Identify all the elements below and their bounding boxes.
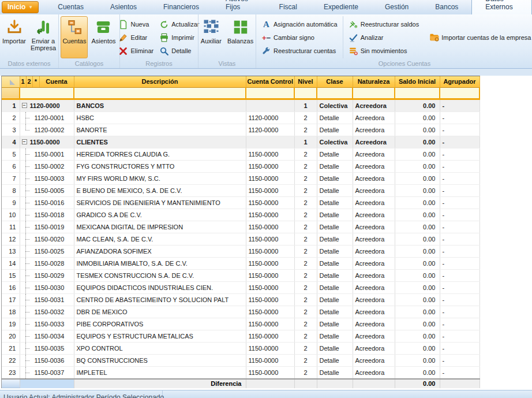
cell-descripcion[interactable]: HEREIDA TORRES CLAUDIA G. (74, 148, 246, 160)
cell-clase[interactable]: Detalle (317, 172, 353, 184)
importar-cuentas-empresa-actual-button[interactable]: Importar cuentas de la empresa actual (428, 32, 532, 43)
cell-naturaleza[interactable]: Acreedora (353, 257, 395, 269)
collapse-minus-icon[interactable]: − (22, 139, 27, 144)
cell-nivel[interactable]: 2 (294, 160, 317, 172)
cell-clase[interactable]: Detalle (317, 196, 353, 209)
cell-nivel[interactable]: 2 (294, 111, 317, 124)
row-number[interactable]: 21 (2, 342, 20, 354)
cell-saldo-inicial[interactable]: 0.00 (395, 257, 440, 269)
column-header-descripcion[interactable]: Descripción (74, 76, 246, 87)
cell-saldo-inicial[interactable]: 0.00 (395, 111, 440, 124)
cell-agrupador[interactable]: - (440, 184, 479, 196)
cell-cuenta-control[interactable]: 1150-0000 (246, 342, 294, 354)
column-header-nivel[interactable]: Nivel (294, 76, 317, 87)
cell-descripcion[interactable]: HSBC (74, 111, 246, 124)
cell-agrupador[interactable]: - (440, 354, 479, 366)
cell-naturaleza[interactable]: Acreedora (353, 354, 395, 366)
cell-descripcion[interactable]: CLIENTES (74, 136, 246, 148)
cell-descripcion[interactable]: EQUIPOS Y ESTRUCTURA METALICAS (74, 330, 246, 342)
cell-naturaleza[interactable]: Acreedora (353, 124, 395, 136)
cell-agrupador[interactable]: - (440, 233, 479, 245)
cell-clase[interactable]: Detalle (317, 184, 353, 196)
tab-cuentas[interactable]: Cuentas (44, 1, 97, 14)
detalle-button[interactable]: Detalle (158, 45, 201, 57)
cell-nivel[interactable]: 2 (294, 184, 317, 196)
cell-cuenta[interactable]: 1150-0030 (20, 281, 74, 293)
level-all-header[interactable]: * (32, 76, 39, 87)
cell-cuenta[interactable]: 1150-0019 (20, 221, 74, 233)
cell-agrupador[interactable]: - (440, 172, 479, 184)
cell-clase[interactable]: Colectiva (317, 99, 353, 111)
cell-clase[interactable]: Detalle (317, 281, 353, 293)
cell-cuenta-control[interactable]: 1150-0000 (246, 293, 294, 306)
filter-cell-clase[interactable] (317, 87, 353, 99)
cell-descripcion[interactable]: SERVICIOS DE INGENIERIA Y MANTENIMIENTO (74, 196, 246, 209)
cell-cuenta[interactable]: 1150-0003 (20, 172, 74, 184)
cell-clase[interactable]: Detalle (317, 318, 353, 330)
cell-nivel[interactable]: 2 (294, 318, 317, 330)
column-header-agrupador[interactable]: Agrupador (440, 76, 479, 87)
filter-cell-cuenta[interactable] (20, 87, 74, 99)
cell-cuenta[interactable]: 1150-0001 (20, 148, 74, 160)
enviar-a-empresa-button[interactable]: Enviar a Empresa (29, 16, 58, 58)
tab-datos-externos[interactable]: Datos Externos (471, 0, 532, 14)
cell-saldo-inicial[interactable]: 0.00 (395, 136, 440, 148)
cell-cuenta[interactable]: 1150-0002 (20, 160, 74, 172)
cell-nivel[interactable]: 2 (294, 366, 317, 379)
column-header-clase[interactable]: Clase (317, 76, 353, 87)
cell-agrupador[interactable]: - (440, 124, 479, 136)
cuentas-button[interactable]: Cuentas (61, 16, 88, 58)
actualizar-button[interactable]: Actualizar (158, 18, 201, 30)
cell-saldo-inicial[interactable]: 0.00 (395, 160, 440, 172)
cell-descripcion[interactable]: MY FIRS WORLD MKW, S.C. (74, 172, 246, 184)
cell-clase[interactable]: Detalle (317, 233, 353, 245)
cell-nivel[interactable]: 2 (294, 209, 317, 221)
cell-cuenta-control[interactable]: 1120-0000 (246, 111, 294, 124)
cell-nivel[interactable]: 2 (294, 354, 317, 366)
row-number[interactable]: 15 (2, 269, 20, 281)
cell-descripcion[interactable]: E BUENO DE MEXICO, S.A. DE C.V. (74, 184, 246, 196)
cell-saldo-inicial[interactable]: 0.00 (395, 269, 440, 281)
cell-descripcion[interactable]: DBR DE MEXICO (74, 306, 246, 318)
cell-naturaleza[interactable]: Acreedora (353, 221, 395, 233)
cell-naturaleza[interactable]: Acreedora (353, 233, 395, 245)
cell-nivel[interactable]: 2 (294, 293, 317, 306)
cell-cuenta-control[interactable]: 1150-0000 (246, 209, 294, 221)
cell-saldo-inicial[interactable]: 0.00 (395, 318, 440, 330)
cell-agrupador[interactable]: - (440, 209, 479, 221)
row-number[interactable]: 7 (2, 172, 20, 184)
cell-saldo-inicial[interactable]: 0.00 (395, 209, 440, 221)
cell-cuenta-control[interactable]: 1150-0000 (246, 257, 294, 269)
table-row[interactable]: 201150-0034EQUIPOS Y ESTRUCTURA METALICA… (2, 330, 479, 342)
row-number[interactable]: 1 (2, 99, 20, 111)
cell-saldo-inicial[interactable]: 0.00 (395, 99, 440, 111)
cell-clase[interactable]: Detalle (317, 160, 353, 172)
cell-agrupador[interactable]: - (440, 269, 479, 281)
cell-nivel[interactable]: 2 (294, 306, 317, 318)
cell-agrupador[interactable]: - (440, 245, 479, 257)
filter-cell-cuenta-control[interactable] (246, 87, 294, 99)
inicio-menu-button[interactable]: Inicio ▼ (2, 1, 39, 13)
row-number[interactable]: 3 (2, 124, 20, 136)
row-number[interactable]: 4 (2, 136, 20, 148)
table-row[interactable]: 181150-0032DBR DE MEXICO1150-00002Detall… (2, 306, 479, 318)
row-number[interactable]: 14 (2, 257, 20, 269)
table-row[interactable]: 131150-0025AFIANZADORA SOFIMEX1150-00002… (2, 245, 479, 257)
cell-cuenta[interactable]: 1120-0001 (20, 111, 74, 124)
cell-nivel[interactable]: 1 (294, 136, 317, 148)
table-row[interactable]: 4−1150-0000CLIENTES1ColectivaAcreedora0.… (2, 136, 479, 148)
select-all-corner[interactable] (2, 76, 20, 87)
cell-cuenta-control[interactable]: 1150-0000 (246, 184, 294, 196)
filter-cell-nivel[interactable] (294, 87, 317, 99)
cell-descripcion[interactable]: PIBE CORPORATIVOS (74, 318, 246, 330)
cell-naturaleza[interactable]: Acreedora (353, 148, 395, 160)
cell-cuenta-control[interactable]: 1150-0000 (246, 306, 294, 318)
row-number[interactable]: 2 (2, 111, 20, 124)
level-1-header[interactable]: 1 (20, 76, 26, 87)
column-header-saldo-inicial[interactable]: Saldo Inicial (395, 76, 440, 87)
cell-clase[interactable]: Detalle (317, 293, 353, 306)
row-number[interactable]: 9 (2, 196, 20, 209)
row-number[interactable]: 23 (2, 366, 20, 379)
cell-clase[interactable]: Detalle (317, 221, 353, 233)
cell-cuenta-control[interactable]: 1150-0000 (246, 148, 294, 160)
